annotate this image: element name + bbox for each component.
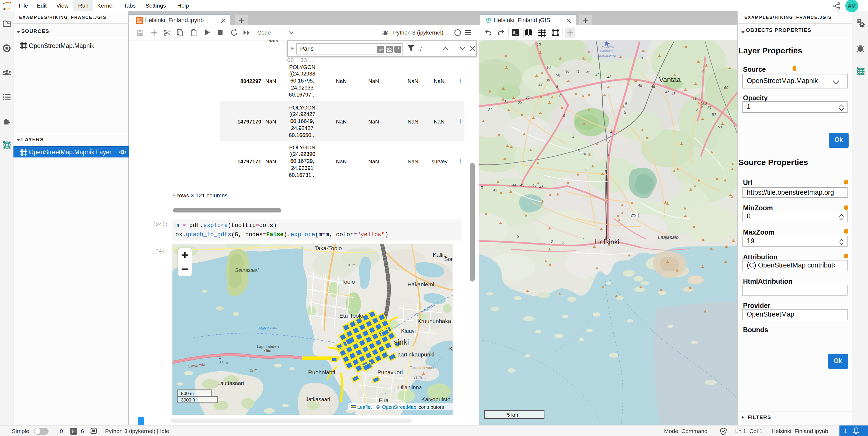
svg-text:Sorr: Sorr <box>444 256 452 262</box>
svg-text:44: 44 <box>512 183 516 187</box>
svg-text:49: 49 <box>692 96 697 100</box>
svg-text:41: 41 <box>576 69 580 73</box>
svg-text:46: 46 <box>651 84 655 88</box>
svg-text:34: 34 <box>488 107 492 111</box>
svg-text:Helsinki: Helsinki <box>602 45 615 49</box>
svg-text:10: 10 <box>546 65 551 69</box>
svg-text:contributors: contributors <box>418 404 444 410</box>
svg-text:3: 3 <box>551 239 553 243</box>
svg-text:aartinkaupunki: aartinkaupunki <box>397 351 434 357</box>
svg-text:5: 5 <box>625 101 627 106</box>
svg-text:53: 53 <box>718 124 722 129</box>
svg-text:5: 5 <box>624 110 626 114</box>
svg-text:10: 10 <box>537 42 541 47</box>
svg-text:32 m: 32 m <box>249 368 257 372</box>
svg-text:Ruoholahti: Ruoholahti <box>308 369 335 375</box>
svg-text:Helsinki: Helsinki <box>595 237 619 245</box>
svg-text:6: 6 <box>563 113 565 118</box>
svg-text:36: 36 <box>525 95 530 99</box>
svg-text:| ©: | © <box>373 404 379 410</box>
svg-text:45: 45 <box>638 83 642 87</box>
svg-text:Jatkasaari: Jatkasaari <box>305 396 330 402</box>
svg-text:41: 41 <box>586 70 590 75</box>
svg-text:2: 2 <box>561 240 564 245</box>
svg-text:45: 45 <box>532 183 537 187</box>
svg-text:43: 43 <box>493 188 497 192</box>
svg-text:3: 3 <box>578 148 580 153</box>
svg-text:Ullanlinna: Ullanlinna <box>398 384 422 390</box>
svg-text:46: 46 <box>539 184 544 189</box>
svg-text:4: 4 <box>610 129 612 134</box>
svg-text:2: 2 <box>585 167 587 171</box>
svg-text:Tahtitorninvuori: Tahtitorninvuori <box>410 365 433 369</box>
svg-text:Kaivopuisto: Kaivopuisto <box>421 396 451 402</box>
svg-text:3A: 3A <box>581 151 586 156</box>
svg-text:500 m: 500 m <box>181 391 193 396</box>
svg-text:Leaflet: Leaflet <box>357 404 372 410</box>
svg-text:Kruununhaka: Kruununhaka <box>417 318 451 324</box>
svg-text:40: 40 <box>565 69 569 73</box>
svg-text:Taka-Toolo: Taka-Toolo <box>314 245 342 251</box>
svg-text:slita: slita <box>264 348 271 353</box>
svg-text:Eira: Eira <box>378 397 388 403</box>
svg-text:5: 5 <box>695 107 698 111</box>
svg-text:35: 35 <box>518 100 522 104</box>
svg-text:K: K <box>449 345 452 351</box>
svg-text:Toolo: Toolo <box>341 278 354 285</box>
svg-text:47: 47 <box>665 89 670 94</box>
svg-text:lentoasema: lentoasema <box>597 53 616 57</box>
svg-text:51: 51 <box>707 105 712 110</box>
svg-text:98: 98 <box>556 73 560 78</box>
svg-text:8: 8 <box>556 84 558 88</box>
svg-text:52: 52 <box>712 112 716 116</box>
svg-text:38: 38 <box>546 78 550 82</box>
svg-text:Punavuori: Punavuori <box>377 369 403 375</box>
svg-text:4: 4 <box>572 134 575 139</box>
svg-text:43: 43 <box>607 75 612 79</box>
svg-text:48: 48 <box>671 91 676 95</box>
svg-text:7: 7 <box>559 93 561 97</box>
svg-text:2: 2 <box>249 356 251 361</box>
svg-text:53: 53 <box>731 119 736 123</box>
svg-text:1: 1 <box>218 355 221 359</box>
svg-text:Seurasaari: Seurasaari <box>235 267 258 272</box>
svg-text:n: n <box>480 184 483 190</box>
svg-text:Vantaan: Vantaan <box>600 49 613 53</box>
svg-text:42: 42 <box>595 72 600 77</box>
svg-text:1: 1 <box>607 153 609 157</box>
svg-text:Laajasalo: Laajasalo <box>658 234 679 240</box>
svg-text:Kluuvi: Kluuvi <box>401 328 415 333</box>
svg-text:t70: t70 <box>631 213 636 217</box>
svg-text:Vantaa: Vantaa <box>659 75 681 83</box>
svg-text:9: 9 <box>642 49 644 53</box>
svg-text:34: 34 <box>504 99 508 104</box>
svg-text:sinki: sinki <box>394 338 409 346</box>
svg-text:Lauttasaari: Lauttasaari <box>217 380 244 386</box>
svg-text:2: 2 <box>608 139 611 143</box>
svg-text:35 m: 35 m <box>219 360 227 365</box>
svg-text:7: 7 <box>702 69 704 73</box>
svg-text:5: 5 <box>517 234 519 238</box>
svg-text:Etu-Toolo: Etu-Toolo <box>339 312 363 318</box>
svg-text:8: 8 <box>641 56 643 60</box>
svg-text:50: 50 <box>724 85 728 89</box>
svg-text:3000 ft: 3000 ft <box>181 397 195 402</box>
svg-text:OpenStreetMap: OpenStreetMap <box>382 404 416 410</box>
svg-text:45: 45 <box>520 183 524 187</box>
svg-text:31 m: 31 m <box>413 375 421 379</box>
svg-text:38: 38 <box>538 82 542 86</box>
svg-text:5 km: 5 km <box>507 412 518 417</box>
svg-text:50a: 50a <box>701 101 707 105</box>
svg-text:Lapinlahden: Lapinlahden <box>256 344 279 348</box>
svg-text:Hakaniemi: Hakaniemi <box>407 281 434 287</box>
svg-text:1: 1 <box>582 237 584 241</box>
svg-text:18 m: 18 m <box>347 263 355 267</box>
